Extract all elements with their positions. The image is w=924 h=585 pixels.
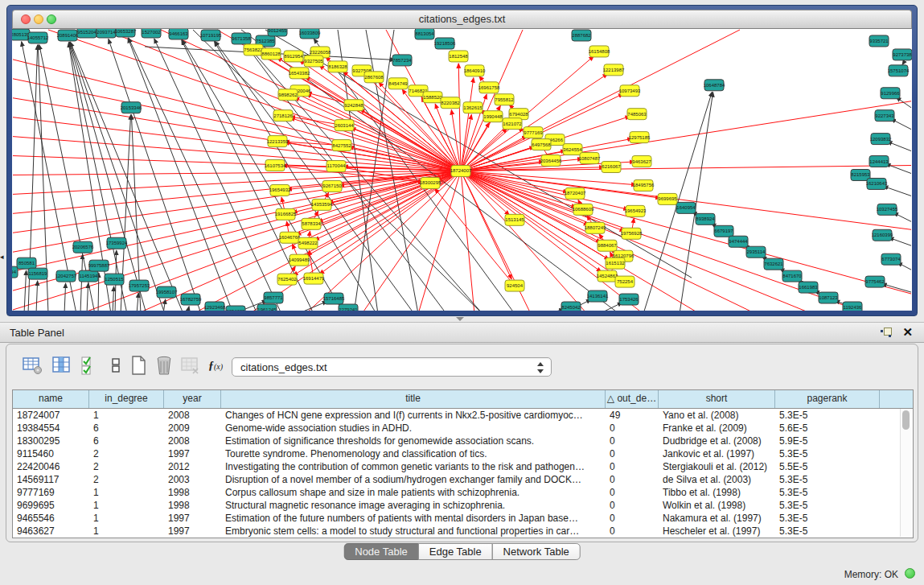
graph-node[interactable]: 16914479 bbox=[303, 273, 325, 284]
table-row[interactable]: 2242004622012Investigating the contribut… bbox=[13, 460, 913, 473]
graph-node[interactable]: 14136141 bbox=[587, 290, 609, 302]
graph-node[interactable]: 7563822 bbox=[244, 44, 263, 56]
graph-node[interactable]: 1990448 bbox=[483, 111, 503, 122]
graph-node[interactable]: 12160399 bbox=[872, 229, 893, 241]
column-header[interactable]: pagerank bbox=[775, 390, 880, 408]
graph-node[interactable]: 99975887 bbox=[88, 260, 110, 271]
table-cell[interactable]: 2008 bbox=[164, 409, 221, 422]
rows-icon[interactable] bbox=[105, 354, 127, 377]
graph-node[interactable]: 1661983 bbox=[799, 282, 818, 293]
graph-node[interactable]: 7632621 bbox=[764, 258, 783, 270]
column-visibility-icon[interactable] bbox=[50, 354, 72, 377]
table-cell[interactable]: Changes of HCN gene expression and I(f) … bbox=[221, 409, 606, 422]
table-row[interactable]: 1938455462009Genome-wide association stu… bbox=[13, 422, 913, 435]
graph-node[interactable]: 19654923 bbox=[625, 205, 647, 216]
graph-node[interactable]: 1640954 bbox=[676, 202, 696, 213]
table-cell[interactable]: 1997 bbox=[164, 447, 221, 460]
graph-node[interactable]: 8912954 bbox=[284, 51, 303, 62]
column-header[interactable]: name bbox=[13, 390, 89, 408]
graph-node[interactable]: 18495756 bbox=[633, 179, 655, 191]
graph-node[interactable]: 16543382 bbox=[289, 68, 310, 79]
graph-node[interactable]: 17359924 bbox=[106, 237, 128, 249]
table-cell[interactable]: Jankovic et al. (1997) bbox=[659, 447, 775, 460]
table-cell[interactable]: Franke et al. (2009) bbox=[659, 422, 775, 435]
graph-node[interactable]: 10648784 bbox=[704, 80, 725, 91]
table-cell[interactable]: 5.3E-5 bbox=[775, 409, 880, 422]
table-cell[interactable]: 2008 bbox=[164, 435, 221, 447]
table-cell[interactable]: 49 bbox=[606, 409, 659, 422]
graph-node[interactable]: 19756928 bbox=[621, 228, 643, 239]
graph-node[interactable]: 12213987 bbox=[603, 64, 625, 76]
graph-node[interactable]: 9242848 bbox=[344, 100, 363, 111]
network-table-selector[interactable]: citations_edges.txt bbox=[232, 357, 552, 377]
graph-node[interactable]: 9671358 bbox=[232, 33, 251, 44]
table-cell[interactable]: 0 bbox=[606, 499, 659, 512]
close-panel-icon[interactable]: ✕ bbox=[902, 325, 913, 340]
table-row[interactable]: 946362711997Embryonic stem cells: a mode… bbox=[13, 525, 913, 538]
attribute-table-settings-icon[interactable] bbox=[21, 354, 43, 377]
table-cell[interactable]: 1998 bbox=[164, 499, 221, 512]
float-panel-icon[interactable] bbox=[881, 328, 892, 338]
graph-node[interactable]: 16154808 bbox=[589, 46, 610, 57]
column-header[interactable]: title bbox=[221, 390, 606, 408]
table-cell[interactable]: Tourette syndrome. Phenomenology and cla… bbox=[221, 447, 606, 460]
graph-node[interactable]: 1812548 bbox=[449, 51, 468, 62]
graph-node[interactable]: 9777169 bbox=[524, 127, 543, 138]
table-cell[interactable]: Estimation of significance thresholds fo… bbox=[221, 435, 606, 447]
table-cell[interactable]: Embryonic stem cells: a model to study s… bbox=[221, 525, 606, 538]
graph-node[interactable]: 2279241 bbox=[339, 304, 358, 311]
table-cell[interactable]: Structural magnetic resonance image aver… bbox=[221, 499, 606, 512]
graph-node[interactable]: 2603144 bbox=[335, 120, 354, 131]
panel-splitter-handle[interactable] bbox=[456, 317, 464, 321]
table-cell[interactable]: 0 bbox=[606, 486, 659, 499]
table-cell[interactable]: 5.3E-5 bbox=[775, 499, 880, 512]
table-cell[interactable]: de Silva et al. (2003) bbox=[659, 473, 775, 486]
graph-node[interactable]: 9699695 bbox=[658, 193, 677, 204]
graph-node[interactable]: 14099489 bbox=[289, 254, 310, 266]
graph-node[interactable]: 1145194 bbox=[79, 270, 98, 282]
graph-node[interactable]: 9898262 bbox=[278, 89, 298, 101]
graph-node[interactable]: 8471670 bbox=[782, 270, 802, 282]
graph-node[interactable]: 9474444 bbox=[729, 236, 748, 247]
graph-node[interactable]: 2867608 bbox=[364, 72, 384, 83]
graph-node[interactable]: 16107534 bbox=[265, 160, 286, 171]
collapse-panel-icon[interactable]: ◂ bbox=[0, 253, 4, 261]
table-cell[interactable]: 0 bbox=[606, 435, 659, 447]
graph-node[interactable]: 16782759 bbox=[180, 294, 202, 305]
graph-node[interactable]: 924504 bbox=[505, 280, 524, 291]
graph-node[interactable]: 9884067 bbox=[598, 240, 617, 251]
graph-node[interactable]: 6216067 bbox=[602, 162, 621, 173]
graph-node[interactable]: 1753426 bbox=[619, 294, 639, 305]
table-row[interactable]: 977716911998Corpus callosum shape and si… bbox=[13, 486, 913, 499]
graph-node[interactable]: 2935114 bbox=[746, 246, 766, 257]
graph-node[interactable]: 850581 bbox=[17, 257, 36, 269]
graph-node[interactable]: 7485063 bbox=[627, 109, 647, 120]
table-cell[interactable]: 5.3E-5 bbox=[775, 525, 880, 538]
column-header[interactable]: △ out_de… bbox=[606, 390, 659, 408]
graph-node[interactable]: 19654932 bbox=[269, 184, 291, 196]
table-cell[interactable]: 2003 bbox=[164, 473, 221, 486]
graph-node[interactable]: 1588520 bbox=[423, 92, 442, 103]
graph-node[interactable]: 9227343 bbox=[875, 110, 894, 122]
graph-node[interactable]: 2093714 bbox=[97, 29, 116, 38]
graph-node[interactable]: 20206576 bbox=[72, 241, 94, 253]
graph-node[interactable]: 1615132 bbox=[606, 257, 625, 269]
graph-node[interactable]: 12042757 bbox=[55, 270, 77, 282]
graph-node[interactable]: 12213359 bbox=[267, 136, 289, 147]
table-cell[interactable]: 1998 bbox=[164, 486, 221, 499]
graph-node[interactable]: 2718126 bbox=[273, 110, 293, 122]
graph-node[interactable]: 10653287 bbox=[115, 29, 137, 37]
graph-node[interactable]: 9129966 bbox=[881, 88, 900, 99]
table-cell[interactable]: 1 bbox=[89, 409, 164, 422]
table-cell[interactable]: 0 bbox=[606, 512, 659, 525]
column-header[interactable]: in_degree bbox=[89, 390, 164, 408]
graph-node[interactable]: 12923468 bbox=[204, 302, 226, 311]
table-cell[interactable]: Nakamura et al. (1997) bbox=[659, 512, 775, 525]
table-cell[interactable]: 5.3E-5 bbox=[775, 447, 880, 460]
graph-node[interactable]: 6679197 bbox=[714, 225, 733, 237]
table-cell[interactable]: 22420046 bbox=[13, 460, 89, 473]
window-titlebar[interactable]: citations_edges.txt bbox=[12, 10, 912, 29]
table-cell[interactable]: 9699695 bbox=[13, 499, 89, 512]
graph-node[interactable]: 6497568 bbox=[532, 139, 551, 150]
graph-node[interactable]: 8220382 bbox=[441, 97, 460, 109]
